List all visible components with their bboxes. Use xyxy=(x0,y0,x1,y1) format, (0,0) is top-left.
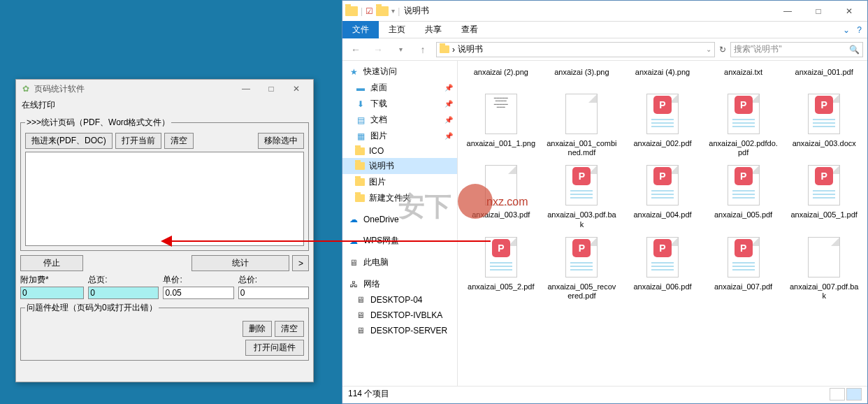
folder-icon xyxy=(355,178,365,186)
file-item[interactable]: Panxaizai_003.docx xyxy=(786,87,862,159)
nav-up-button[interactable]: ↑ xyxy=(414,44,432,55)
app-titlebar[interactable]: ✿ 页码统计软件 — □ ✕ xyxy=(16,80,313,98)
file-item[interactable]: Panxaizai_006.pdf xyxy=(625,231,700,302)
nav-thispc[interactable]: 🖥 此电脑 xyxy=(342,254,457,270)
fee-label: 附加费* xyxy=(20,274,84,286)
addr-dropdown-icon[interactable]: ⌄ xyxy=(706,45,711,53)
file-item[interactable]: Panxaizai_005_1.pdf xyxy=(786,159,862,230)
app-subheader: 在线打印 xyxy=(16,98,313,113)
delete-button[interactable]: 删除 xyxy=(243,321,272,337)
file-item[interactable]: Panxaizai_007.pdf xyxy=(706,231,781,302)
nav-quick-access[interactable]: ★ 快速访问 xyxy=(342,64,457,80)
folder-icon xyxy=(440,45,449,53)
unit-price-input[interactable] xyxy=(163,287,233,299)
file-item[interactable]: Panxaizai_005_recovered.pdf xyxy=(544,231,620,302)
nav-documents[interactable]: ▤ 文档 📌 xyxy=(342,112,457,128)
pc-icon: 🖥 xyxy=(355,294,366,305)
close-button[interactable]: ✕ xyxy=(834,1,865,21)
nav-ico[interactable]: ICO xyxy=(342,144,457,158)
search-placeholder: 搜索"说明书" xyxy=(734,43,782,55)
close-button[interactable]: ✕ xyxy=(284,84,309,94)
file-item[interactable]: anxaizai (3).png xyxy=(544,66,620,87)
file-item[interactable]: anxaizai (4).png xyxy=(625,66,700,87)
file-item[interactable]: anxaizai_003.pdf xyxy=(463,159,539,230)
clear-button[interactable]: 清空 xyxy=(164,133,194,149)
ribbon-view-tab[interactable]: 查看 xyxy=(451,21,488,38)
address-bar-row: ← → ▾ ↑ › 说明书 ⌄ ↻ 搜索"说明书" 🔍 xyxy=(342,38,867,61)
folder-icon xyxy=(355,147,365,155)
file-list[interactable] xyxy=(25,152,304,246)
nav-pc2[interactable]: 🖥 DESKTOP-IVBLKA xyxy=(342,308,457,323)
ribbon-home-tab[interactable]: 主页 xyxy=(379,21,415,38)
more-button[interactable]: > xyxy=(292,255,309,271)
pc-icon: 🖥 xyxy=(348,257,359,268)
file-label: anxaizai_001_1.png xyxy=(467,139,535,157)
total-pages-input[interactable] xyxy=(88,287,159,299)
qat-save-icon[interactable]: ☑ xyxy=(366,6,373,16)
nav-newfolder[interactable]: 新建文件夹 xyxy=(342,190,457,206)
view-icons-button[interactable] xyxy=(846,388,862,401)
nav-manual[interactable]: 说明书 xyxy=(342,158,457,174)
file-item[interactable]: anxaizai.txt xyxy=(706,66,781,87)
file-item[interactable]: Panxaizai_003.pdf.bak xyxy=(544,159,620,230)
nav-downloads[interactable]: ⬇ 下载 📌 xyxy=(342,96,457,112)
stat-button[interactable]: 统计 xyxy=(191,255,289,271)
open-problem-button[interactable]: 打开问题件 xyxy=(245,340,304,356)
status-bar: 114 个项目 xyxy=(342,386,867,401)
ribbon-expand-icon[interactable]: ⌄ xyxy=(843,25,857,35)
problem-fieldset: 问题件处理（页码为0或打开出错） 删除 清空 打开问题件 xyxy=(20,302,309,361)
total-price-input[interactable] xyxy=(238,287,309,299)
folder-icon xyxy=(376,6,389,16)
stat-legend: >>>统计页码（PDF、Word格式文件） xyxy=(25,117,171,129)
star-icon: ★ xyxy=(348,66,359,78)
fee-input[interactable] xyxy=(20,287,84,299)
file-item[interactable]: Panxaizai_004.pdf xyxy=(625,159,700,230)
file-item[interactable]: ▬▬▬▬▬▬▬▬▬▬▬▬▬▬▬▬▬anxaizai_001_1.png xyxy=(463,87,539,159)
file-label: anxaizai (3).png xyxy=(554,68,609,86)
file-item[interactable]: Panxaizai_005.pdf xyxy=(706,159,781,230)
remove-selected-button[interactable]: 移除选中 xyxy=(258,133,304,149)
search-box[interactable]: 搜索"说明书" 🔍 xyxy=(730,42,863,57)
nav-back-button[interactable]: ← xyxy=(347,44,365,55)
nav-desktop[interactable]: ▬ 桌面 📌 xyxy=(342,80,457,96)
address-box[interactable]: › 说明书 ⌄ xyxy=(436,42,715,57)
nav-pictures[interactable]: ▦ 图片 📌 xyxy=(342,128,457,144)
nav-network[interactable]: 🖧 网络 xyxy=(342,276,457,292)
view-details-button[interactable] xyxy=(830,388,845,401)
download-icon: ⬇ xyxy=(355,99,366,110)
nav-recent-button[interactable]: ▾ xyxy=(391,45,410,53)
qat-dropdown-icon[interactable]: ▾ xyxy=(391,7,395,15)
folder-icon xyxy=(355,162,365,170)
open-current-button[interactable]: 打开当前 xyxy=(115,133,161,149)
file-item[interactable]: anxaizai_007.pdf.bak xyxy=(786,231,862,302)
ribbon-file-tab[interactable]: 文件 xyxy=(342,21,379,38)
minimize-button[interactable]: — xyxy=(772,1,803,21)
explorer-titlebar[interactable]: | ☑ ▾ | 说明书 — □ ✕ xyxy=(342,1,867,22)
nav-forward-button[interactable]: → xyxy=(369,44,387,55)
file-item[interactable]: anxaizai (2).png xyxy=(463,66,539,87)
nav-pictures2[interactable]: 图片 xyxy=(342,174,457,190)
clear2-button[interactable]: 清空 xyxy=(275,321,304,337)
file-item[interactable]: Panxaizai_002.pdf xyxy=(625,87,700,159)
nav-onedrive[interactable]: ☁ OneDrive xyxy=(342,212,457,227)
file-item[interactable]: Panxaizai_002.pdfdo.pdf xyxy=(706,87,781,159)
stop-button[interactable]: 停止 xyxy=(20,255,83,271)
minimize-button[interactable]: — xyxy=(233,84,259,94)
folder-icon xyxy=(345,6,358,16)
file-item[interactable]: anxaizai_001_combined.mdf xyxy=(544,87,620,159)
help-icon[interactable]: ? xyxy=(857,25,867,35)
ribbon-share-tab[interactable]: 共享 xyxy=(415,21,451,38)
file-label: anxaizai_002.pdfdo.pdf xyxy=(707,139,780,157)
file-label: anxaizai_005_recovered.pdf xyxy=(546,282,619,301)
maximize-button[interactable]: □ xyxy=(259,84,284,94)
nav-pc1[interactable]: 🖥 DESKTOP-04 xyxy=(342,292,457,308)
document-icon: ▤ xyxy=(355,115,366,126)
pc-icon: 🖥 xyxy=(355,325,366,336)
nav-pc3[interactable]: 🖥 DESKTOP-SERVER xyxy=(342,323,457,338)
file-item[interactable]: anxaizai_001.pdf xyxy=(786,66,862,87)
drag-button[interactable]: 拖进来(PDF、DOC) xyxy=(25,133,113,149)
refresh-button[interactable]: ↻ xyxy=(719,45,726,55)
annotation-arrow xyxy=(166,240,491,242)
maximize-button[interactable]: □ xyxy=(803,1,834,21)
item-count: 114 个项目 xyxy=(348,388,389,400)
